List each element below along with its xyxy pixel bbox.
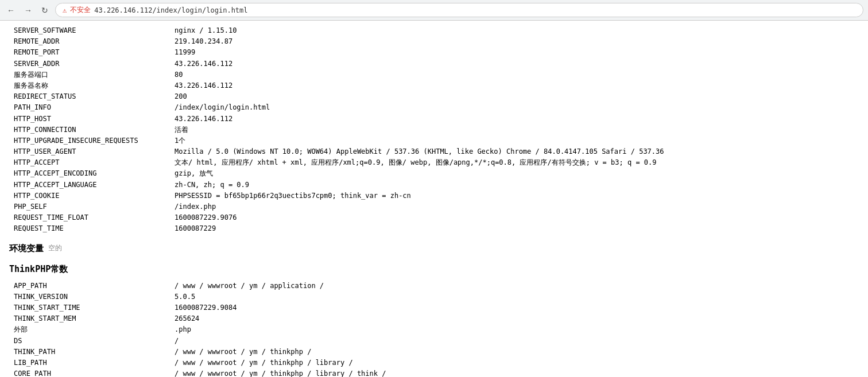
table-row: PATH_INFO/index/login/login.html xyxy=(9,102,859,113)
table-row: HTTP_ACCEPT文本/ html, 应用程序/ xhtml + xml, … xyxy=(9,157,859,168)
table-row: DS/ xyxy=(9,336,859,347)
const-key: THINK_START_MEM xyxy=(9,313,170,324)
var-key: HTTP_ACCEPT xyxy=(9,157,170,168)
var-key: SERVER_ADDR xyxy=(9,59,170,69)
var-key: HTTP_USER_AGENT xyxy=(9,146,170,157)
var-value: 1个 xyxy=(170,135,859,146)
const-value: / www / wwwroot / ym / application / xyxy=(170,281,859,292)
table-row: HTTP_HOST43.226.146.112 xyxy=(9,114,859,125)
const-key: THINK_PATH xyxy=(9,347,170,357)
table-row: THINK_VERSION5.0.5 xyxy=(9,292,859,302)
const-key: THINK_START_TIME xyxy=(9,302,170,313)
table-row: THINK_PATH/ www / wwwroot / ym / thinkph… xyxy=(9,347,859,357)
const-value: 265624 xyxy=(170,313,859,324)
table-row: HTTP_ACCEPT_ENCODINGgzip, 放气 xyxy=(9,168,859,179)
var-key: REMOTE_PORT xyxy=(9,47,170,58)
const-value: 5.0.5 xyxy=(170,292,859,302)
var-value: /index.php xyxy=(170,201,859,212)
const-value: / www / wwwroot / ym / thinkphp / librar… xyxy=(170,368,859,377)
table-row: REMOTE_ADDR219.140.234.87 xyxy=(9,36,859,47)
var-value: 43.226.146.112 xyxy=(170,80,859,91)
server-vars-table: SERVER_SOFTWAREnginx / 1.15.10REMOTE_ADD… xyxy=(9,25,859,235)
table-row: HTTP_CONNECTION活着 xyxy=(9,125,859,135)
table-row: THINK_START_TIME1600087229.9084 xyxy=(9,302,859,313)
var-value: 219.140.234.87 xyxy=(170,36,859,47)
var-value: 1600087229 xyxy=(170,223,859,234)
table-row: 服务器端口80 xyxy=(9,69,859,80)
var-value: zh-CN, zh; q = 0.9 xyxy=(170,180,859,191)
table-row: CORE_PATH/ www / wwwroot / ym / thinkphp… xyxy=(9,368,859,377)
const-value: 1600087229.9084 xyxy=(170,302,859,313)
page-content: SERVER_SOFTWAREnginx / 1.15.10REMOTE_ADD… xyxy=(0,21,868,377)
var-value: 43.226.146.112 xyxy=(170,114,859,125)
table-row: REDIRECT_STATUS200 xyxy=(9,91,859,102)
var-value: 文本/ html, 应用程序/ xhtml + xml, 应用程序/xml;q=… xyxy=(170,157,859,168)
table-row: 外部.php xyxy=(9,324,859,335)
table-row: HTTP_USER_AGENTMozilla / 5.0 (Windows NT… xyxy=(9,146,859,157)
var-key: HTTP_ACCEPT_ENCODING xyxy=(9,168,170,179)
const-value: / xyxy=(170,336,859,347)
var-value: 200 xyxy=(170,91,859,102)
table-row: PHP_SELF/index.php xyxy=(9,201,859,212)
const-key: APP_PATH xyxy=(9,281,170,292)
env-vars-label: 环境变量 xyxy=(9,242,44,255)
var-value: PHPSESSID = bf65bp1p66r2q3uectibs7cpm0; … xyxy=(170,191,859,201)
var-key: PHP_SELF xyxy=(9,201,170,212)
var-key: REDIRECT_STATUS xyxy=(9,91,170,102)
var-key: HTTP_ACCEPT_LANGUAGE xyxy=(9,180,170,191)
var-value: 活着 xyxy=(170,125,859,135)
var-key: 服务器端口 xyxy=(9,69,170,80)
table-row: THINK_START_MEM265624 xyxy=(9,313,859,324)
const-key: DS xyxy=(9,336,170,347)
table-row: APP_PATH/ www / wwwroot / ym / applicati… xyxy=(9,281,859,292)
var-key: REQUEST_TIME_FLOAT xyxy=(9,212,170,223)
reload-button[interactable]: ↻ xyxy=(39,5,51,16)
var-value: 80 xyxy=(170,69,859,80)
address-bar[interactable]: ⚠ 不安全 43.226.146.112/index/login/login.h… xyxy=(55,3,863,17)
table-row: REQUEST_TIME1600087229 xyxy=(9,223,859,234)
thinkphp-label: ThinkPHP常数 xyxy=(9,262,68,276)
table-row: 服务器名称43.226.146.112 xyxy=(9,80,859,91)
env-vars-subtitle: 空的 xyxy=(48,243,62,254)
var-value: gzip, 放气 xyxy=(170,168,859,179)
const-key: 外部 xyxy=(9,324,170,335)
var-key: HTTP_UPGRADE_INSECURE_REQUESTS xyxy=(9,135,170,146)
table-row: REQUEST_TIME_FLOAT1600087229.9076 xyxy=(9,212,859,223)
const-key: CORE_PATH xyxy=(9,368,170,377)
var-key: PATH_INFO xyxy=(9,102,170,113)
var-key: HTTP_COOKIE xyxy=(9,191,170,201)
table-row: SERVER_ADDR43.226.146.112 xyxy=(9,59,859,69)
thinkphp-constants-table: APP_PATH/ www / wwwroot / ym / applicati… xyxy=(9,281,859,377)
var-value: /index/login/login.html xyxy=(170,102,859,113)
table-row: HTTP_UPGRADE_INSECURE_REQUESTS1个 xyxy=(9,135,859,146)
security-icon: ⚠ xyxy=(63,6,67,14)
env-vars-section-title: 环境变量 空的 xyxy=(9,242,859,255)
var-key: 服务器名称 xyxy=(9,80,170,91)
var-value: 11999 xyxy=(170,47,859,58)
var-value: 43.226.146.112 xyxy=(170,59,859,69)
var-value: 1600087229.9076 xyxy=(170,212,859,223)
thinkphp-section-title: ThinkPHP常数 xyxy=(9,262,859,276)
var-key: REQUEST_TIME xyxy=(9,223,170,234)
const-value: / www / wwwroot / ym / thinkphp / librar… xyxy=(170,357,859,368)
table-row: HTTP_COOKIEPHPSESSID = bf65bp1p66r2q3uec… xyxy=(9,191,859,201)
security-text: 不安全 xyxy=(70,5,91,15)
table-row: LIB_PATH/ www / wwwroot / ym / thinkphp … xyxy=(9,357,859,368)
table-row: REMOTE_PORT11999 xyxy=(9,47,859,58)
var-value: nginx / 1.15.10 xyxy=(170,25,859,36)
const-key: LIB_PATH xyxy=(9,357,170,368)
var-value: Mozilla / 5.0 (Windows NT 10.0; WOW64) A… xyxy=(170,146,859,157)
var-key: REMOTE_ADDR xyxy=(9,36,170,47)
table-row: HTTP_ACCEPT_LANGUAGEzh-CN, zh; q = 0.9 xyxy=(9,180,859,191)
forward-button[interactable]: → xyxy=(22,5,34,16)
var-key: SERVER_SOFTWARE xyxy=(9,25,170,36)
const-value: / www / wwwroot / ym / thinkphp / xyxy=(170,347,859,357)
var-key: HTTP_HOST xyxy=(9,114,170,125)
var-key: HTTP_CONNECTION xyxy=(9,125,170,135)
const-value: .php xyxy=(170,324,859,335)
back-button[interactable]: ← xyxy=(5,5,17,16)
table-row: SERVER_SOFTWAREnginx / 1.15.10 xyxy=(9,25,859,36)
const-key: THINK_VERSION xyxy=(9,292,170,302)
browser-toolbar: ← → ↻ ⚠ 不安全 43.226.146.112/index/login/l… xyxy=(0,0,868,21)
url-text: 43.226.146.112/index/login/login.html xyxy=(94,6,247,14)
